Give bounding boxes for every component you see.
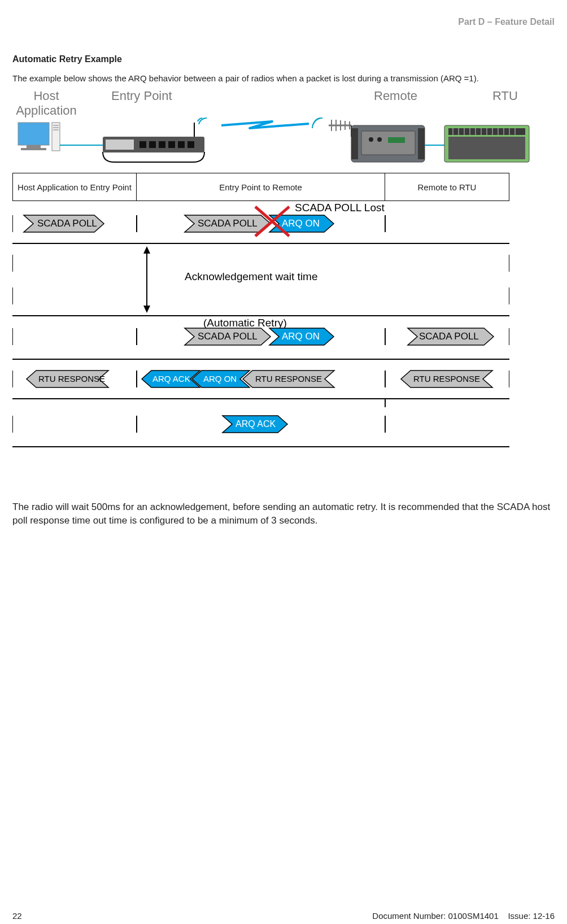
host-icon	[18, 123, 60, 151]
doc-number: Document Number: 0100SM1401	[372, 911, 498, 921]
row2: (Automatic Retry) SCADA POLL ARQ ON SCAD…	[12, 317, 509, 345]
svg-rect-1	[27, 145, 41, 148]
label-rtu: RTU	[492, 89, 518, 103]
svg-text:RTU RESPONSE: RTU RESPONSE	[38, 374, 105, 383]
devices-illustration	[12, 106, 555, 171]
svg-text:ARQ ON: ARQ ON	[203, 374, 237, 383]
svg-text:SCADA POLL: SCADA POLL	[419, 331, 479, 342]
svg-point-27	[369, 137, 373, 142]
label-entry-point: Entry Point	[111, 89, 172, 103]
lost-label: SCADA POLL Lost	[295, 202, 385, 213]
svg-rect-13	[168, 141, 175, 148]
closing-text: The radio will wait 500ms for an acknowl…	[12, 500, 555, 528]
wait-zone: Acknowledgement wait time	[12, 246, 509, 313]
device-row: Host Application Entry Point Remote RTU	[12, 89, 555, 171]
svg-rect-10	[139, 141, 146, 148]
section-intro: The example below shows the ARQ behavior…	[12, 73, 555, 83]
row3: RTU RESPONSE ARQ ACK ARQ ON RTU RESPONSE…	[12, 371, 509, 387]
svg-rect-15	[187, 141, 194, 148]
part-header: Part D – Feature Detail	[12, 17, 555, 27]
page-number: 22	[12, 911, 22, 921]
svg-text:SCADA POLL: SCADA POLL	[198, 218, 258, 229]
col-header-3: Remote to RTU	[385, 173, 509, 201]
col-header-2: Entry Point to Remote	[137, 173, 385, 201]
svg-rect-14	[178, 141, 185, 148]
remote-radio-icon	[351, 125, 425, 162]
svg-text:SCADA POLL: SCADA POLL	[198, 331, 258, 342]
svg-rect-29	[388, 137, 405, 143]
svg-rect-2	[21, 148, 46, 150]
issue: Issue: 12-16	[508, 911, 555, 921]
svg-text:ARQ ACK: ARQ ACK	[152, 374, 190, 383]
col-header-1: Host Application to Entry Point	[12, 173, 137, 201]
svg-rect-0	[18, 123, 49, 145]
remote-antenna-icon	[312, 118, 351, 137]
entry-point-icon	[103, 118, 207, 162]
svg-rect-3	[52, 123, 60, 151]
svg-text:ARQ ON: ARQ ON	[282, 331, 320, 342]
timeline-diagram: SCADA POLL Lost SCADA POLL SCADA POLL AR…	[12, 201, 509, 483]
wait-label: Acknowledgement wait time	[185, 271, 318, 282]
svg-rect-33	[448, 137, 525, 159]
rtu-icon	[444, 125, 529, 162]
svg-rect-11	[149, 141, 156, 148]
row4: ARQ ACK	[12, 416, 385, 433]
svg-rect-24	[351, 128, 358, 159]
column-headers: Host Application to Entry Point Entry Po…	[12, 173, 555, 201]
svg-point-28	[377, 137, 382, 142]
svg-rect-12	[159, 141, 165, 148]
section-title: Automatic Retry Example	[12, 54, 555, 64]
wireless-link-icon	[221, 121, 309, 128]
svg-text:RTU RESPONSE: RTU RESPONSE	[413, 374, 480, 383]
svg-text:ARQ ACK: ARQ ACK	[235, 419, 276, 429]
label-remote: Remote	[374, 89, 417, 103]
svg-text:ARQ ON: ARQ ON	[282, 218, 320, 229]
svg-text:RTU RESPONSE: RTU RESPONSE	[255, 374, 322, 383]
page-footer: 22 Document Number: 0100SM1401 Issue: 12…	[12, 911, 555, 924]
svg-rect-9	[106, 140, 134, 150]
svg-rect-25	[418, 128, 425, 159]
retry-label: (Automatic Retry)	[203, 317, 287, 329]
row1: SCADA POLL Lost SCADA POLL SCADA POLL AR…	[12, 202, 385, 236]
svg-text:SCADA POLL: SCADA POLL	[37, 218, 97, 229]
